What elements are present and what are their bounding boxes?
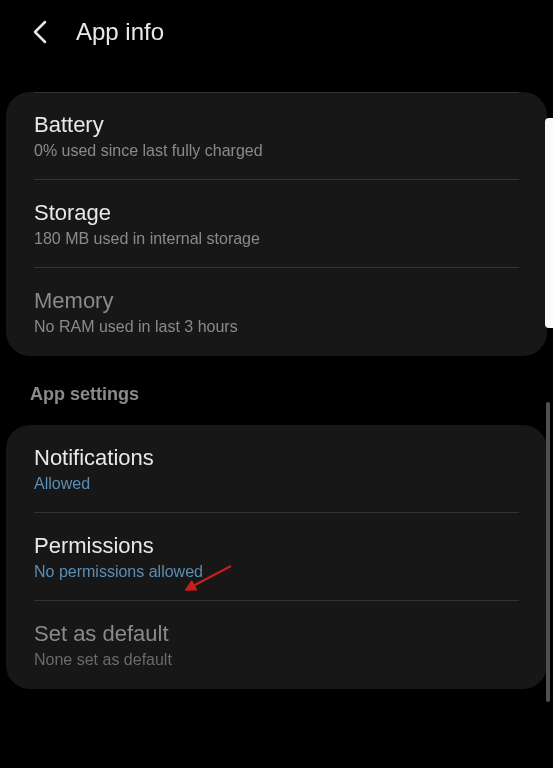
set-as-default-item[interactable]: Set as default None set as default: [6, 601, 547, 689]
app-settings-header: App settings: [0, 356, 553, 419]
storage-title: Storage: [34, 200, 519, 226]
permissions-item[interactable]: Permissions No permissions allowed: [6, 513, 547, 601]
memory-title: Memory: [34, 288, 519, 314]
permissions-title: Permissions: [34, 533, 519, 559]
battery-subtitle: 0% used since last fully charged: [34, 142, 519, 160]
permissions-subtitle: No permissions allowed: [34, 563, 519, 581]
memory-item[interactable]: Memory No RAM used in last 3 hours: [6, 268, 547, 356]
usage-section: Battery 0% used since last fully charged…: [6, 92, 547, 356]
page-title: App info: [76, 18, 164, 46]
battery-item[interactable]: Battery 0% used since last fully charged: [6, 92, 547, 180]
scrollbar-track: [546, 402, 550, 702]
app-header: App info: [0, 0, 553, 64]
storage-item[interactable]: Storage 180 MB used in internal storage: [6, 180, 547, 268]
app-settings-section: Notifications Allowed Permissions No per…: [6, 425, 547, 689]
set-as-default-title: Set as default: [34, 621, 519, 647]
battery-title: Battery: [34, 112, 519, 138]
memory-subtitle: No RAM used in last 3 hours: [34, 318, 519, 336]
back-icon[interactable]: [28, 20, 52, 44]
notifications-item[interactable]: Notifications Allowed: [6, 425, 547, 513]
storage-subtitle: 180 MB used in internal storage: [34, 230, 519, 248]
set-as-default-subtitle: None set as default: [34, 651, 519, 669]
scrollbar-thumb[interactable]: [545, 118, 553, 328]
notifications-subtitle: Allowed: [34, 475, 519, 493]
notifications-title: Notifications: [34, 445, 519, 471]
